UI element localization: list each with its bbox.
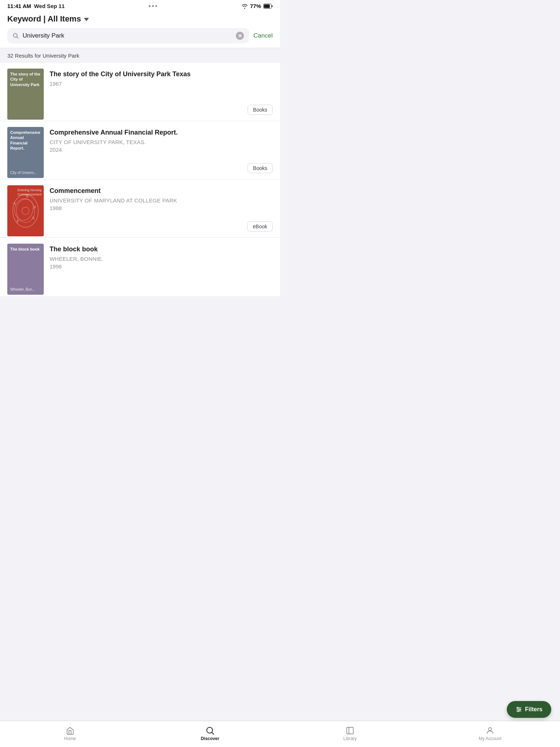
result-subtitle-2: CITY OF UNIVERSITY PARK, TEXAS. [50,139,273,145]
book-cover-4: The block book Wheeler, Bon... [7,244,44,295]
svg-point-6 [22,207,29,214]
chevron-down-icon[interactable] [84,18,89,21]
result-title-3: Commencement [50,187,273,195]
svg-rect-1 [264,4,270,8]
header-title-row: Keyword | All Items [7,14,273,24]
result-content-3: Commencement UNIVERSITY OF MARYLAND AT C… [50,185,273,229]
list-item[interactable]: The story of the City of University Park… [0,63,280,121]
result-content-1: The story of the City of University Park… [50,69,273,105]
book-cover-3: Evening NursingCommencement [7,185,44,236]
status-bar: 11:41 AM Wed Sep 11 77% [0,0,280,11]
results-header: 32 Results for University Park [0,48,280,63]
status-time: 11:41 AM [7,3,31,9]
result-badge-2: Books [248,163,273,173]
search-bar-row: Cancel [7,28,273,43]
result-content-4: The block book WHEELER, BONNIE. 1996 [50,244,273,288]
result-content-2: Comprehensive Annual Financial Report. C… [50,127,273,171]
clear-search-button[interactable] [236,32,244,40]
header: Keyword | All Items Cancel [0,11,280,48]
search-bar [7,28,249,43]
result-title-4: The block book [50,245,273,253]
wifi-icon [241,4,248,9]
result-year-1: 1967 [50,81,273,87]
book-cover-1: The story of the City of University Park [7,69,44,120]
battery-text: 77% [250,3,261,9]
search-input[interactable] [23,32,232,39]
svg-line-3 [17,37,18,38]
list-item[interactable]: The block book Wheeler, Bon... The block… [0,238,280,296]
result-year-3: 1988 [50,205,273,211]
status-dots [149,5,157,7]
search-icon [12,32,19,39]
list-item[interactable]: Comprehensive Annual Financial Report. C… [0,121,280,179]
results-count: 32 Results for University Park [7,53,79,59]
cancel-button[interactable]: Cancel [253,32,273,39]
status-icons: 77% [241,3,273,9]
status-date: Wed Sep 11 [34,3,65,9]
result-badge-1: Books [248,105,273,115]
result-subtitle-3: UNIVERSITY OF MARYLAND AT COLLEGE PARK [50,197,273,204]
battery-icon [263,4,273,9]
result-badge-3: eBook [247,221,273,232]
result-title-2: Comprehensive Annual Financial Report. [50,128,273,137]
page-title: Keyword | All Items [7,14,81,24]
list-item[interactable]: Evening NursingCommencement Commencement… [0,179,280,238]
result-year-4: 1996 [50,263,273,270]
results-list: The story of the City of University Park… [0,63,280,296]
book-cover-2: Comprehensive Annual Financial Report. C… [7,127,44,178]
result-year-2: 2024 [50,147,273,153]
result-title-1: The story of the City of University Park… [50,70,273,78]
result-subtitle-4: WHEELER, BONNIE. [50,256,273,262]
